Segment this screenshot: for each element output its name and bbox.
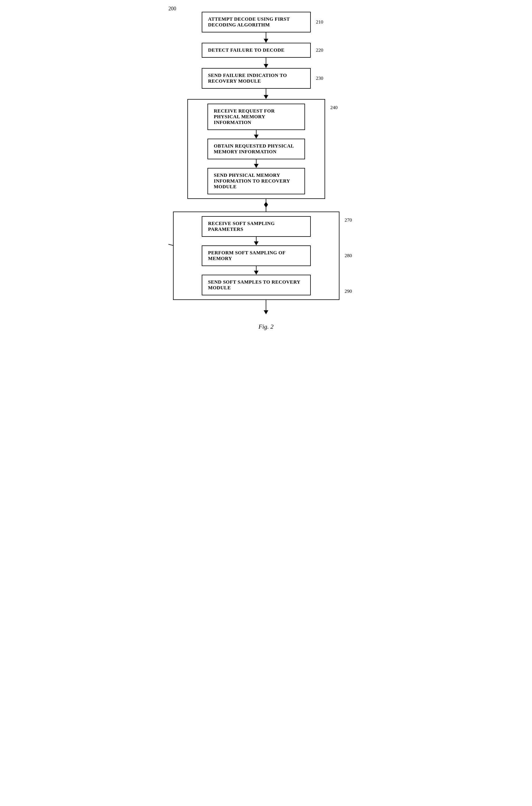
svg-marker-11 <box>264 202 268 208</box>
step-240-box: RECEIVE REQUEST FOR PHYSICAL MEMORY INFO… <box>207 104 305 130</box>
step-240-row: RECEIVE REQUEST FOR PHYSICAL MEMORY INFO… <box>194 104 319 130</box>
step-290-row: SEND SOFT SAMPLES TO RECOVERY MODULE <box>179 275 333 295</box>
loop-270-290-row: 200 RECEIVE SOFT SAMPLING PARAMETERS <box>166 211 366 300</box>
arrow-280-290 <box>248 266 265 275</box>
arrow-230-240 <box>258 89 274 99</box>
step-280-label: 280 <box>345 253 359 259</box>
arrow-270-280 <box>248 237 265 245</box>
step-230-label: 230 <box>316 75 330 81</box>
svg-marker-1 <box>264 39 268 43</box>
svg-marker-16 <box>254 241 259 245</box>
svg-marker-18 <box>254 271 259 275</box>
step-210-label: 210 <box>316 19 330 25</box>
step-220-label: 220 <box>316 48 330 53</box>
loop-240-260-row: RECEIVE REQUEST FOR PHYSICAL MEMORY INFO… <box>166 99 366 199</box>
svg-marker-20 <box>264 310 268 314</box>
arrow-210-220 <box>258 33 274 43</box>
step-270-box: RECEIVE SOFT SAMPLING PARAMETERS <box>202 216 311 237</box>
diagram-container: 200 ATTEMPT DECODE USING FIRST DECODING … <box>166 12 366 331</box>
arrow-final <box>258 300 274 314</box>
step-220-box: DETECT FAILURE TO DECODE <box>202 43 311 58</box>
figure-caption: Fig. 2 <box>259 323 274 331</box>
arrow-250-260 <box>248 159 265 168</box>
svg-marker-3 <box>264 64 268 68</box>
step-270-row: RECEIVE SOFT SAMPLING PARAMETERS <box>179 216 333 237</box>
flow-wrapper: ATTEMPT DECODE USING FIRST DECODING ALGO… <box>166 12 366 314</box>
loop-270-290: RECEIVE SOFT SAMPLING PARAMETERS PERFORM… <box>173 211 340 300</box>
svg-marker-7 <box>254 135 259 139</box>
arrow-220-230 <box>258 58 274 68</box>
step-290-label: 290 <box>345 288 359 294</box>
step-250-row: OBTAIN REQUESTED PHYSICAL MEMORY INFORMA… <box>194 139 319 159</box>
svg-marker-9 <box>254 164 259 168</box>
loop-240-260: RECEIVE REQUEST FOR PHYSICAL MEMORY INFO… <box>187 99 325 199</box>
step-230-row: SEND FAILURE INDICATION TO RECOVERY MODU… <box>166 68 366 89</box>
step-220-row: DETECT FAILURE TO DECODE 220 <box>166 43 366 58</box>
step-210-row: ATTEMPT DECODE USING FIRST DECODING ALGO… <box>166 12 366 33</box>
step-250-box: OBTAIN REQUESTED PHYSICAL MEMORY INFORMA… <box>207 139 305 159</box>
step-210-box: ATTEMPT DECODE USING FIRST DECODING ALGO… <box>202 12 311 33</box>
step-280-row: PERFORM SOFT SAMPLING OF MEMORY <box>179 245 333 266</box>
svg-marker-5 <box>264 95 268 99</box>
step-270-label: 270 <box>345 217 359 223</box>
step-240-label: 240 <box>330 99 345 111</box>
diagram-number: 200 <box>168 6 176 12</box>
step-260-box: SEND PHYSICAL MEMORY INFORMATION TO RECO… <box>207 168 305 194</box>
step-290-box: SEND SOFT SAMPLES TO RECOVERY MODULE <box>202 275 311 295</box>
step-260-row: SEND PHYSICAL MEMORY INFORMATION TO RECO… <box>194 168 319 194</box>
step-280-box: PERFORM SOFT SAMPLING OF MEMORY <box>202 245 311 266</box>
step-230-box: SEND FAILURE INDICATION TO RECOVERY MODU… <box>202 68 311 89</box>
arrow-260-270-junction <box>258 199 274 211</box>
arrow-240-250 <box>248 130 265 139</box>
